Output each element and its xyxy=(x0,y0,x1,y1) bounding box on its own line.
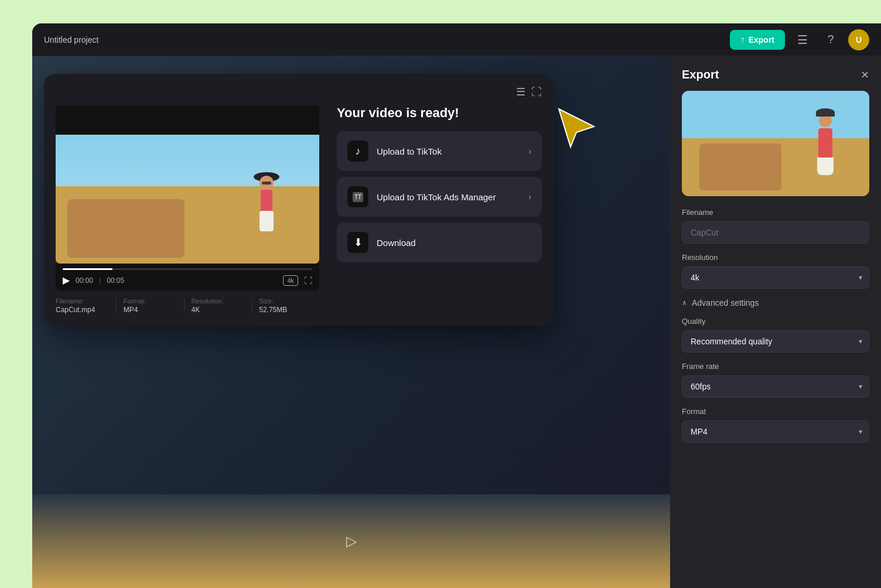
frame-rate-field-label: Frame rate xyxy=(682,362,869,371)
woman-figure xyxy=(249,170,284,246)
resolution-select[interactable]: 4k 2k 1080p 720p xyxy=(682,266,869,289)
filename-label: Filename: xyxy=(56,298,109,305)
file-info-resolution: Resolution: 4K xyxy=(185,298,252,314)
format-field-label: Format xyxy=(682,407,869,416)
export-button[interactable]: ↑ Export xyxy=(730,30,785,50)
file-info-filename: Filename: CapCut.mp4 xyxy=(56,298,117,314)
advanced-toggle-icon: ∧ xyxy=(682,299,687,307)
current-time: 00:00 xyxy=(76,276,93,285)
video-modal: ☰ ⛶ xyxy=(44,74,554,326)
total-time: 00:05 xyxy=(107,276,124,285)
filename-value: CapCut.mp4 xyxy=(56,306,109,314)
download-icon: ⬇ xyxy=(354,236,363,249)
layers-icon: ☰ xyxy=(797,33,808,47)
video-preview-top xyxy=(56,105,319,135)
quality-field-label: Quality xyxy=(682,317,869,326)
topbar-right: ↑ Export ☰ ? U xyxy=(730,29,869,50)
svg-marker-0 xyxy=(559,109,594,147)
frame-rate-select[interactable]: 60fps 30fps 24fps xyxy=(682,375,869,398)
advanced-settings-toggle[interactable]: ∧ Advanced settings xyxy=(682,298,759,307)
modal-fullscreen-icon[interactable]: ⛶ xyxy=(531,86,542,98)
quality-select-wrap: Recommended quality High quality Ultra q… xyxy=(682,330,869,353)
progress-fill xyxy=(63,268,112,270)
advanced-settings-label: Advanced settings xyxy=(692,298,759,307)
bottom-strip: ▷ xyxy=(32,494,670,588)
resolution-field-label: Resolution xyxy=(682,253,869,262)
upload-tiktok-ads-button[interactable]: TT Upload to TikTok Ads Manager › xyxy=(337,177,542,217)
file-info-size: Size: 52.75MB xyxy=(252,298,319,314)
upload-icon: ↑ xyxy=(740,35,745,45)
svg-rect-3 xyxy=(262,182,271,184)
frame-rate-select-wrap: 60fps 30fps 24fps ▾ xyxy=(682,375,869,398)
tiktok-ads-chevron-icon: › xyxy=(528,192,531,201)
download-icon-wrap: ⬇ xyxy=(347,232,368,253)
video-player-wrap: ▶ 00:00 | 00:05 4k ⛶ Filename: xyxy=(56,105,319,314)
format-value: MP4 xyxy=(124,306,177,314)
cursor-arrow xyxy=(553,103,600,152)
bottom-play-button[interactable]: ▷ xyxy=(346,533,357,549)
size-label: Size: xyxy=(259,298,312,305)
svg-rect-4 xyxy=(261,190,272,213)
tiktok-chevron-icon: › xyxy=(528,146,531,156)
size-value: 52.75MB xyxy=(259,306,312,314)
filename-field-label: Filename xyxy=(682,208,869,217)
file-info-format: Format: MP4 xyxy=(117,298,185,314)
topbar: Untitled project ↑ Export ☰ ? U xyxy=(32,23,881,56)
upload-tiktok-ads-label: Upload to TikTok Ads Manager xyxy=(377,192,496,202)
format-label: Format: xyxy=(124,298,177,305)
export-panel-title: Export xyxy=(682,68,719,81)
download-button[interactable]: ⬇ Download xyxy=(337,223,542,262)
resolution-label: Resolution: xyxy=(192,298,245,305)
resolution-value: 4K xyxy=(192,306,245,314)
thumb-woman-head xyxy=(819,114,832,127)
app-container: Untitled project ↑ Export ☰ ? U xyxy=(32,23,881,588)
format-select-wrap: MP4 MOV AVI ▾ xyxy=(682,421,869,443)
layers-button[interactable]: ☰ xyxy=(792,29,813,50)
download-label: Download xyxy=(377,238,416,248)
progress-bar[interactable] xyxy=(63,268,312,270)
video-preview-main xyxy=(56,135,319,264)
svg-rect-5 xyxy=(259,211,274,231)
time-separator: | xyxy=(99,276,101,285)
video-ready-title: Your video is ready! xyxy=(337,105,542,121)
tiktok-ads-icon-wrap: TT xyxy=(347,186,368,207)
help-icon: ? xyxy=(827,33,834,46)
preview-thumbnail xyxy=(682,91,869,196)
file-info-row: Filename: CapCut.mp4 Format: MP4 Resolut… xyxy=(56,298,319,314)
help-button[interactable]: ? xyxy=(820,29,841,50)
thumb-hay xyxy=(699,143,781,190)
modal-bookmark-icon[interactable]: ☰ xyxy=(516,86,525,98)
hay-bale xyxy=(67,199,185,258)
export-label: Export xyxy=(749,35,774,45)
filename-input[interactable] xyxy=(682,221,869,244)
modal-right: Your video is ready! ♪ Upload to TikTok … xyxy=(337,105,542,314)
controls-row: ▶ 00:00 | 00:05 4k ⛶ xyxy=(63,275,312,286)
project-title: Untitled project xyxy=(44,35,98,45)
resolution-select-wrap: 4k 2k 1080p 720p ▾ xyxy=(682,266,869,289)
modal-top-icons: ☰ ⛶ xyxy=(56,86,542,98)
upload-tiktok-button[interactable]: ♪ Upload to TikTok › xyxy=(337,131,542,171)
quality-badge: 4k xyxy=(283,275,298,286)
thumb-woman-hat xyxy=(816,108,835,117)
thumb-woman-body xyxy=(818,128,832,158)
format-select[interactable]: MP4 MOV AVI xyxy=(682,421,869,443)
avatar-initials: U xyxy=(856,35,862,45)
close-export-panel-button[interactable]: ✕ xyxy=(860,69,869,81)
thumb-woman-skirt xyxy=(817,158,834,175)
export-panel-header: Export ✕ xyxy=(682,68,869,81)
editor-area: ☰ ⛶ xyxy=(32,56,670,588)
video-controls: ▶ 00:00 | 00:05 4k ⛶ xyxy=(56,264,319,290)
avatar-button[interactable]: U xyxy=(848,29,869,50)
tiktok-ads-icon: TT xyxy=(353,192,363,202)
tiktok-icon-wrap: ♪ xyxy=(347,141,368,162)
export-panel: Export ✕ Filename Resoluti xyxy=(670,56,881,588)
play-button[interactable]: ▶ xyxy=(63,275,70,286)
modal-body: ▶ 00:00 | 00:05 4k ⛶ Filename: xyxy=(56,105,542,314)
thumb-woman xyxy=(811,114,840,179)
upload-tiktok-label: Upload to TikTok xyxy=(377,146,442,156)
thumb-sky xyxy=(682,91,869,143)
quality-select[interactable]: Recommended quality High quality Ultra q… xyxy=(682,330,869,353)
main-content: ☰ ⛶ xyxy=(32,56,881,588)
video-preview xyxy=(56,105,319,264)
fullscreen-button[interactable]: ⛶ xyxy=(304,276,312,285)
